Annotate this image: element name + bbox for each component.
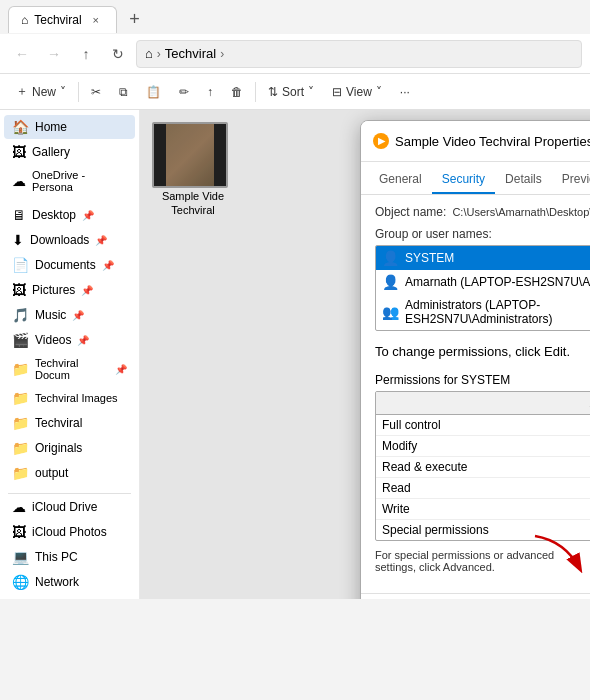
users-list: 👤 SYSTEM 👤 Amarnath (LAPTOP-ESH2SN7U\Ama… <box>375 245 590 331</box>
tab-security[interactable]: Security <box>432 166 495 194</box>
sidebar-item-techviral-docs[interactable]: 📁 Techviral Docum 📌 <box>4 353 135 385</box>
sidebar-item-originals[interactable]: 📁 Originals <box>4 436 135 460</box>
pin-icon-desktop: 📌 <box>82 210 94 221</box>
pin-icon-videos: 📌 <box>77 335 89 346</box>
share-icon: ↑ <box>207 85 213 99</box>
folder-originals-icon: 📁 <box>12 440 29 456</box>
sidebar-item-output[interactable]: 📁 output <box>4 461 135 485</box>
refresh-button[interactable]: ↻ <box>104 40 132 68</box>
share-button[interactable]: ↑ <box>199 81 221 103</box>
perm-row-full-control: Full control ✓ <box>376 415 590 436</box>
tab-details[interactable]: Details <box>495 166 552 194</box>
new-tab-button[interactable]: + <box>121 5 149 33</box>
perm-row-read: Read ✓ <box>376 478 590 499</box>
sidebar-item-icloud-photos[interactable]: 🖼 iCloud Photos <box>4 520 135 544</box>
documents-icon: 📄 <box>12 257 29 273</box>
sidebar-item-techviral-images[interactable]: 📁 Techviral Images <box>4 386 135 410</box>
perm-row-special: Special permissions <box>376 520 590 540</box>
sidebar-item-network[interactable]: 🌐 Network <box>4 570 135 594</box>
pin-icon-downloads: 📌 <box>95 235 107 246</box>
sort-icon: ⇅ <box>268 85 278 99</box>
sidebar-item-icloud-drive[interactable]: ☁ iCloud Drive <box>4 495 135 519</box>
breadcrumb-root: ⌂ <box>145 46 153 61</box>
sidebar-techviral-images-label: Techviral Images <box>35 392 118 404</box>
sidebar-item-videos[interactable]: 🎬 Videos 📌 <box>4 328 135 352</box>
tab-general[interactable]: General <box>369 166 432 194</box>
icloud-drive-icon: ☁ <box>12 499 26 515</box>
dialog-content: Object name: C:\Users\Amarnath\Desktop\T… <box>361 195 590 593</box>
user-item-system[interactable]: 👤 SYSTEM <box>376 246 590 270</box>
permissions-title: Permissions for SYSTEM <box>375 373 590 387</box>
up-button[interactable]: ↑ <box>72 40 100 68</box>
address-toolbar: ← → ↑ ↻ ⌂ › Techviral › <box>0 34 590 74</box>
dialog-title-text: Sample Video Techviral Properties <box>395 134 590 149</box>
desktop-icon: 🖥 <box>12 207 26 223</box>
special-perms-row: For special permissions or advanced sett… <box>375 549 590 575</box>
paste-button[interactable]: 📋 <box>138 81 169 103</box>
sidebar-item-gallery[interactable]: 🖼 Gallery <box>4 140 135 164</box>
user-item-administrators[interactable]: 👥 Administrators (LAPTOP-ESH2SN7U\Admini… <box>376 294 590 330</box>
sidebar-item-onedrive[interactable]: ☁ OneDrive - Persona <box>4 165 135 197</box>
user-label-administrators: Administrators (LAPTOP-ESH2SN7U\Administ… <box>405 298 590 326</box>
sidebar-pictures-label: Pictures <box>32 283 75 297</box>
object-name-row: Object name: C:\Users\Amarnath\Desktop\T… <box>375 205 590 219</box>
pictures-icon: 🖼 <box>12 282 26 298</box>
view-icon: ⊟ <box>332 85 342 99</box>
toolbar-divider-1 <box>78 82 79 102</box>
file-area: Sample Vide Techviral ▶ Sample Video Tec… <box>140 110 590 599</box>
sidebar-gallery-label: Gallery <box>32 145 70 159</box>
user-label-amarnath: Amarnath (LAPTOP-ESH2SN7U\Amarnath) <box>405 275 590 289</box>
paste-icon: 📋 <box>146 85 161 99</box>
perm-allow-modify: ✓ <box>574 438 590 454</box>
videos-icon: 🎬 <box>12 332 29 348</box>
user-item-amarnath[interactable]: 👤 Amarnath (LAPTOP-ESH2SN7U\Amarnath) <box>376 270 590 294</box>
tab-close-button[interactable]: × <box>88 12 104 28</box>
sidebar-item-techviral[interactable]: 📁 Techviral <box>4 411 135 435</box>
sidebar-item-downloads[interactable]: ⬇ Downloads 📌 <box>4 228 135 252</box>
sidebar-downloads-label: Downloads <box>30 233 89 247</box>
perm-name-read-execute: Read & execute <box>376 457 574 477</box>
sidebar-item-home[interactable]: 🏠 Home <box>4 115 135 139</box>
browser-tab[interactable]: ⌂ Techviral × <box>8 6 117 33</box>
vlc-icon: ▶ <box>373 133 389 149</box>
object-name-label: Object name: <box>375 205 446 219</box>
cut-button[interactable]: ✂ <box>83 81 109 103</box>
sidebar-techviral-label: Techviral <box>35 416 82 430</box>
properties-dialog: ▶ Sample Video Techviral Properties × Ge… <box>360 120 590 599</box>
sidebar-item-desktop[interactable]: 🖥 Desktop 📌 <box>4 203 135 227</box>
downloads-icon: ⬇ <box>12 232 24 248</box>
delete-icon: 🗑 <box>231 85 243 99</box>
permissions-header: Allow Deny <box>376 392 590 415</box>
address-bar[interactable]: ⌂ › Techviral › <box>136 40 582 68</box>
copy-button[interactable]: ⧉ <box>111 81 136 103</box>
sidebar-item-this-pc[interactable]: 💻 This PC <box>4 545 135 569</box>
back-button[interactable]: ← <box>8 40 36 68</box>
sidebar-documents-label: Documents <box>35 258 96 272</box>
sidebar: 🏠 Home 🖼 Gallery ☁ OneDrive - Persona 🖥 … <box>0 110 140 599</box>
breadcrumb-end: › <box>220 47 224 61</box>
sidebar-item-pictures[interactable]: 🖼 Pictures 📌 <box>4 278 135 302</box>
perm-row-write: Write <box>376 499 590 520</box>
more-button[interactable]: ··· <box>392 81 418 103</box>
sort-button[interactable]: ⇅ Sort ˅ <box>260 81 322 103</box>
perm-allow-read-execute: ✓ <box>574 459 590 475</box>
forward-button[interactable]: → <box>40 40 68 68</box>
sidebar-techviral-docs-label: Techviral Docum <box>35 357 109 381</box>
sidebar-item-documents[interactable]: 📄 Documents 📌 <box>4 253 135 277</box>
tab-previous-versions[interactable]: Previous Versions <box>552 166 590 194</box>
sidebar-item-music[interactable]: 🎵 Music 📌 <box>4 303 135 327</box>
user-label-system: SYSTEM <box>405 251 454 265</box>
breadcrumb-path: Techviral <box>165 46 216 61</box>
dialog-tabs: General Security Details Previous Versio… <box>361 162 590 195</box>
dialog-footer: OK Cancel Apply <box>361 593 590 599</box>
delete-button[interactable]: 🗑 <box>223 81 251 103</box>
dialog-overlay: ▶ Sample Video Techviral Properties × Ge… <box>140 110 590 599</box>
rename-button[interactable]: ✏ <box>171 81 197 103</box>
home-icon: 🏠 <box>12 119 29 135</box>
new-icon: ＋ <box>16 83 28 100</box>
music-icon: 🎵 <box>12 307 29 323</box>
more-icon: ··· <box>400 85 410 99</box>
new-button[interactable]: ＋ New ˅ <box>8 79 74 104</box>
rename-icon: ✏ <box>179 85 189 99</box>
view-button[interactable]: ⊟ View ˅ <box>324 81 390 103</box>
